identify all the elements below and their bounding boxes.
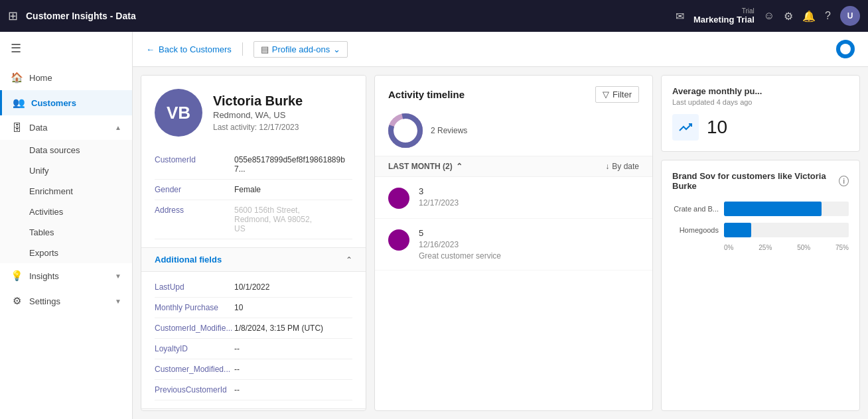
content-area: VB Victoria Burke Redmond, WA, US Last a… bbox=[133, 67, 868, 419]
field-row-lastupd: LastUpd 10/1/2022 bbox=[155, 277, 352, 298]
profile-header: VB Victoria Burke Redmond, WA, US Last a… bbox=[141, 76, 366, 145]
back-to-customers-button[interactable]: ← Back to Customers bbox=[146, 44, 232, 54]
right-panel: Average monthly pu... Last updated 4 day… bbox=[661, 75, 860, 411]
month-header: LAST MONTH (2) ⌃ ↓ By date bbox=[375, 156, 652, 177]
sidebar-item-data-sources[interactable]: Data sources bbox=[0, 140, 132, 160]
insights-chevron-icon: ▼ bbox=[115, 272, 121, 280]
filter-button[interactable]: ▽ Filter bbox=[595, 86, 639, 103]
settings-chevron-icon: ▼ bbox=[115, 298, 121, 305]
activity-entry-1: 3 12/17/2023 bbox=[375, 177, 652, 219]
ci-logo bbox=[836, 40, 855, 58]
data-icon: 🗄 bbox=[11, 122, 23, 133]
customer-name: Victoria Burke bbox=[213, 93, 303, 109]
profile-addons-icon: ▤ bbox=[261, 44, 269, 54]
activity-rating-1: 3 bbox=[419, 186, 459, 196]
field-row-customerid: CustomerId 055e8517899d5ef8f19861889b7..… bbox=[155, 150, 352, 180]
field-value-customerid: 055e8517899d5ef8f19861889b7... bbox=[234, 155, 352, 174]
gear-icon[interactable]: ⚙ bbox=[784, 10, 793, 23]
kpi-number: 10 bbox=[707, 117, 727, 138]
field-label-monthly-purchase: Monthly Purchase bbox=[155, 303, 234, 312]
ids-section-header[interactable]: Ids ⌃ bbox=[141, 408, 366, 411]
field-value-address: 5600 156th Street,Redmond, WA 98052,US bbox=[234, 206, 312, 233]
bell-icon[interactable]: 🔔 bbox=[802, 10, 816, 23]
field-value-lastupd: 10/1/2022 bbox=[234, 282, 269, 292]
additional-fields-header[interactable]: Additional fields ⌃ bbox=[141, 247, 366, 272]
ci-logo-inner bbox=[840, 44, 851, 54]
brand-sov-info-icon[interactable]: i bbox=[839, 176, 849, 186]
field-row-address: Address 5600 156th Street,Redmond, WA 98… bbox=[155, 200, 352, 239]
axis-0: 0% bbox=[724, 244, 733, 251]
chart-row-homegoods: Homegoods bbox=[672, 223, 849, 237]
sidebar-item-activities[interactable]: Activities bbox=[0, 202, 132, 222]
sort-icon: ↓ bbox=[605, 162, 609, 171]
field-value-monthly-purchase: 10 bbox=[234, 303, 243, 312]
activity-entry-2: 5 12/16/2023 Great customer service bbox=[375, 219, 652, 270]
activity-info-2: 5 12/16/2023 Great customer service bbox=[419, 228, 501, 261]
insights-icon: 💡 bbox=[11, 270, 23, 282]
kpi-title: Average monthly pu... bbox=[672, 86, 849, 96]
sidebar-item-settings[interactable]: ⚙ Settings ▼ bbox=[0, 288, 132, 314]
additional-fields: LastUpd 10/1/2022 Monthly Purchase 10 Cu… bbox=[141, 272, 366, 406]
trial-info: Trial Marketing Trial bbox=[693, 7, 755, 25]
kpi-updated: Last updated 4 days ago bbox=[672, 98, 849, 106]
sidebar-sub-data: Data sources Unify Enrichment Activities… bbox=[0, 140, 132, 263]
month-chevron-icon[interactable]: ⌃ bbox=[456, 162, 463, 171]
profile-addons-button[interactable]: ▤ Profile add-ons ⌄ bbox=[253, 41, 348, 58]
sidebar-item-tables[interactable]: Tables bbox=[0, 222, 132, 243]
brand-sov-title: Brand Sov for customers like Victoria Bu… bbox=[672, 171, 849, 191]
kpi-card: Average monthly pu... Last updated 4 day… bbox=[661, 75, 860, 152]
sidebar-item-data[interactable]: 🗄 Data ▲ bbox=[0, 115, 132, 140]
field-label-customer-modified: Customer_Modified... bbox=[155, 365, 234, 374]
field-row-previous-customerid: PreviousCustomerId -- bbox=[155, 380, 352, 400]
app-title: Customer Insights - Data bbox=[26, 11, 668, 21]
axis-25: 25% bbox=[759, 244, 772, 251]
sidebar-item-home[interactable]: 🏠 Home bbox=[0, 65, 132, 90]
profile-info: Victoria Burke Redmond, WA, US Last acti… bbox=[213, 93, 303, 132]
additional-fields-title: Additional fields bbox=[155, 255, 222, 265]
home-icon: 🏠 bbox=[11, 72, 23, 84]
profile-addons-chevron-icon: ⌄ bbox=[333, 44, 340, 54]
additional-fields-chevron-icon: ⌃ bbox=[346, 255, 352, 265]
data-chevron-icon: ▲ bbox=[115, 124, 121, 131]
question-icon[interactable]: ? bbox=[825, 10, 831, 22]
activity-summary: 2 Reviews bbox=[375, 108, 652, 156]
sidebar-item-enrichment[interactable]: Enrichment bbox=[0, 181, 132, 202]
chart-axis: 0% 25% 50% 75% bbox=[672, 244, 849, 251]
smiley-icon[interactable]: ☺ bbox=[764, 10, 774, 22]
help-icon[interactable]: ✉ bbox=[676, 10, 684, 23]
activity-title: Activity timeline bbox=[388, 89, 465, 100]
axis-50: 50% bbox=[797, 244, 810, 251]
field-value-previous-customerid: -- bbox=[234, 385, 240, 394]
sidebar-item-unify[interactable]: Unify bbox=[0, 160, 132, 181]
hamburger-button[interactable]: ☰ bbox=[0, 32, 132, 65]
grid-icon[interactable]: ⊞ bbox=[8, 9, 18, 23]
field-value-gender: Female bbox=[234, 185, 261, 194]
month-label: LAST MONTH (2) ⌃ bbox=[388, 162, 463, 171]
activity-timeline-panel: Activity timeline ▽ Filter 2 Reviews bbox=[374, 75, 653, 411]
settings-icon: ⚙ bbox=[11, 295, 23, 307]
activity-note-2: Great customer service bbox=[419, 251, 501, 261]
sort-button[interactable]: ↓ By date bbox=[605, 162, 639, 171]
reviews-label: 2 Reviews bbox=[431, 126, 467, 135]
field-row-monthly-purchase: Monthly Purchase 10 bbox=[155, 298, 352, 318]
sidebar-item-customers[interactable]: 👥 Customers bbox=[0, 90, 132, 115]
chart-bar-homegoods bbox=[724, 223, 751, 237]
chart-label-crate: Crate and B... bbox=[672, 205, 719, 213]
back-arrow-icon: ← bbox=[146, 44, 155, 54]
sidebar-item-exports[interactable]: Exports bbox=[0, 243, 132, 263]
brand-sov-chart: Crate and B... Homegoods 0 bbox=[672, 202, 849, 251]
brand-sov-card: Brand Sov for customers like Victoria Bu… bbox=[661, 160, 860, 411]
customer-profile-panel: VB Victoria Burke Redmond, WA, US Last a… bbox=[141, 75, 366, 411]
field-label-lastupd: LastUpd bbox=[155, 282, 234, 292]
customer-last-activity: Last activity: 12/17/2023 bbox=[213, 123, 303, 132]
chart-bar-bg-crate bbox=[724, 202, 849, 216]
user-avatar[interactable]: U bbox=[840, 6, 860, 26]
main-panel: ← Back to Customers ▤ Profile add-ons ⌄ … bbox=[133, 32, 868, 419]
top-nav-right: ✉ Trial Marketing Trial ☺ ⚙ 🔔 ? U bbox=[676, 6, 860, 26]
field-value-customerid-modified: 1/8/2024, 3:15 PM (UTC) bbox=[234, 324, 323, 333]
field-label-gender: Gender bbox=[155, 185, 234, 194]
activity-header: Activity timeline ▽ Filter bbox=[375, 76, 652, 108]
sidebar-item-insights[interactable]: 💡 Insights ▼ bbox=[0, 263, 132, 288]
activity-dot-2 bbox=[388, 229, 409, 251]
customer-avatar: VB bbox=[155, 89, 202, 137]
